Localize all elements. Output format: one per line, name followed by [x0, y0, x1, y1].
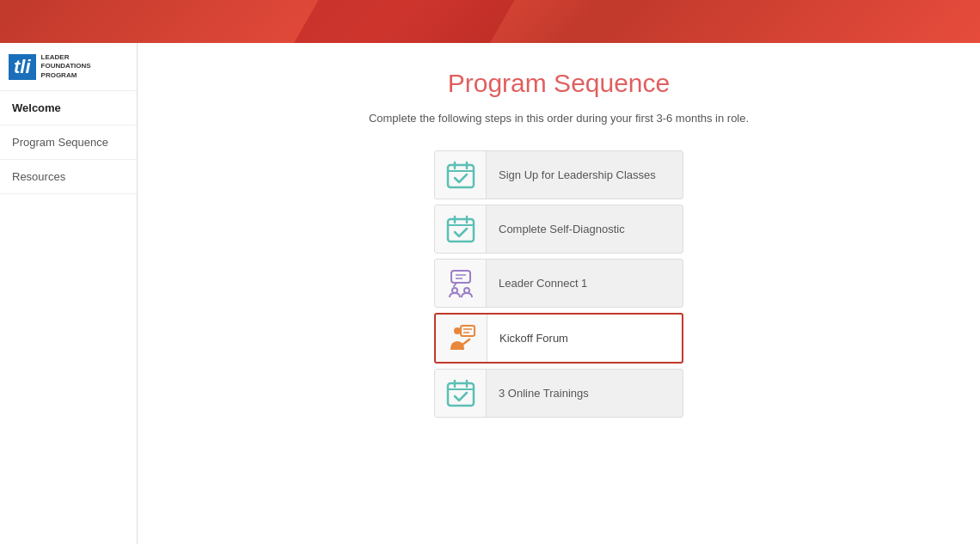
step-1-label: Sign Up for Leadership Classes	[487, 168, 668, 181]
main-content: Program Sequence Complete the following …	[138, 43, 980, 544]
svg-line-17	[462, 339, 469, 345]
svg-rect-0	[448, 165, 474, 187]
people-purple-icon	[435, 260, 487, 307]
logo-letters: tli	[9, 54, 36, 80]
step-signup[interactable]: Sign Up for Leadership Classes	[434, 150, 683, 199]
step-online-trainings[interactable]: 3 Online Trainings	[434, 369, 683, 418]
step-2-label: Complete Self-Diagnostic	[487, 223, 637, 235]
page-subtitle: Complete the following steps in this ord…	[172, 112, 946, 125]
sidebar-item-resources[interactable]: Resources	[0, 160, 137, 194]
main-layout: tli LEADERFOUNDATIONSPROGRAM Welcome Pro…	[0, 43, 980, 544]
step-leader-connect[interactable]: Leader Connect 1	[434, 259, 683, 308]
top-banner	[0, 0, 980, 43]
logo-text: LEADERFOUNDATIONSPROGRAM	[41, 53, 91, 80]
svg-rect-14	[461, 326, 475, 336]
sidebar-item-welcome[interactable]: Welcome	[0, 91, 137, 125]
svg-rect-18	[448, 383, 474, 406]
sidebar-item-program-sequence[interactable]: Program Sequence	[0, 125, 137, 160]
steps-list: Sign Up for Leadership Classes Complete …	[172, 150, 946, 418]
step-5-label: 3 Online Trainings	[487, 387, 601, 400]
sidebar-nav: Welcome Program Sequence Resources	[0, 91, 137, 194]
svg-rect-8	[451, 271, 470, 283]
forum-orange-icon	[436, 315, 487, 362]
step-kickoff-forum[interactable]: Kickoff Forum	[434, 313, 683, 364]
sidebar: tli LEADERFOUNDATIONSPROGRAM Welcome Pro…	[0, 43, 138, 544]
svg-point-13	[454, 327, 461, 334]
calendar-teal-icon-1	[435, 151, 487, 199]
svg-rect-4	[448, 219, 474, 241]
logo: tli LEADERFOUNDATIONSPROGRAM	[0, 43, 137, 91]
step-3-label: Leader Connect 1	[487, 277, 599, 290]
calendar-teal-icon-2	[435, 205, 487, 253]
step-4-label: Kickoff Forum	[487, 332, 580, 345]
page-title: Program Sequence	[172, 69, 946, 98]
step-self-diagnostic[interactable]: Complete Self-Diagnostic	[434, 205, 683, 254]
calendar-teal-icon-3	[435, 370, 487, 417]
